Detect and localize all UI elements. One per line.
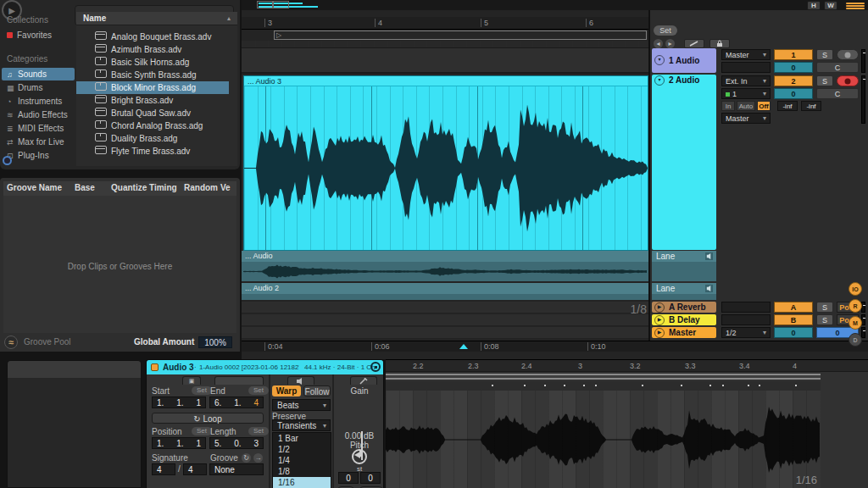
sidebar-item-audio-effects[interactable]: ≋Audio Effects (2, 108, 75, 121)
track2-channel-dropdown[interactable]: 1 ▾ (721, 88, 771, 99)
width-zoom-button[interactable]: W (824, 1, 837, 10)
sample-loop-brace[interactable] (386, 374, 821, 380)
groove-drop-zone[interactable]: Drop Clips or Grooves Here (3, 196, 236, 333)
master-pan[interactable]: 0 (774, 327, 813, 338)
lock-button[interactable] (709, 39, 730, 48)
start-set-button[interactable]: Set (192, 386, 212, 395)
lane2-body[interactable] (242, 294, 648, 300)
track1-extra-field[interactable] (721, 62, 771, 73)
pitch-knob[interactable] (352, 449, 367, 464)
col-groove-name[interactable]: Groove Name (7, 183, 62, 192)
warp-mode-dropdown[interactable]: Beats▾ (272, 399, 331, 411)
lane2-label-strip[interactable]: ... Audio 2 (242, 283, 648, 294)
time-ruler[interactable]: 0:04 0:06 0:08 0:10 (242, 341, 868, 352)
track1-solo-button[interactable]: S (816, 49, 833, 60)
return-b-header[interactable]: ▶ B Delay (652, 314, 716, 325)
track2-arm-button[interactable] (837, 75, 859, 86)
master-lane[interactable] (242, 327, 648, 339)
groove-commit-icon[interactable]: ↻ (242, 453, 251, 463)
track1-lane[interactable] (242, 48, 648, 74)
set-button[interactable]: Set (654, 25, 677, 36)
scrub-area[interactable] (242, 41, 648, 48)
sidebar-item-favorites[interactable]: Favorites (2, 29, 75, 42)
track1-pan[interactable]: 0 (774, 62, 813, 73)
groove-wave-icon[interactable]: ≈ (4, 336, 18, 349)
track2-lane[interactable]: ... Audio 3 (242, 75, 648, 251)
warp-markers-row[interactable] (386, 381, 821, 391)
return-a-send-button[interactable]: A (774, 302, 813, 313)
track2-meter-left[interactable]: -inf (777, 101, 798, 111)
list-item[interactable]: Analog Bouquet Brass.adv (76, 30, 229, 43)
nav-right-icon[interactable]: ▸ (665, 39, 675, 48)
track1-crossfade-button[interactable]: C (816, 62, 859, 73)
groove-apply-icon[interactable]: → (253, 453, 263, 463)
return-b-field[interactable] (721, 314, 771, 325)
clip-color-swatch[interactable] (151, 363, 159, 371)
col-timing[interactable]: Timing (149, 183, 177, 192)
pitch-fine-value[interactable]: 0 (360, 472, 381, 484)
track2-input-dropdown[interactable]: Ext. In▾ (721, 75, 771, 86)
list-item[interactable]: Duality Brass.adg (76, 132, 229, 145)
track2-solo-button[interactable]: S (816, 75, 833, 86)
track2-crossfade-button[interactable]: C (816, 88, 859, 99)
lane1-body[interactable] (242, 262, 648, 281)
clip-title-bar[interactable]: ... Audio 3 (244, 76, 648, 86)
disclosure-icon[interactable]: ▾ (654, 75, 665, 86)
list-item[interactable]: Azimuth Brass.adv (76, 43, 229, 56)
signature-numerator[interactable]: 4 (152, 463, 175, 475)
grid-option[interactable]: 1/8 (273, 466, 331, 477)
sort-asc-icon[interactable]: ▴ (227, 12, 231, 25)
lane1-label-strip[interactable]: ... Audio (242, 251, 648, 262)
lane2-header-body[interactable] (652, 294, 716, 300)
play-circle-icon[interactable]: ▶ (654, 302, 665, 313)
overview-viewport[interactable] (273, 1, 289, 8)
sidebar-item-drums[interactable]: ▦Drums (2, 81, 75, 94)
position-value[interactable]: 1.1.1 (152, 437, 206, 449)
grid-option[interactable]: 1/2 (273, 444, 331, 455)
tab-sample[interactable]: ▣ (182, 376, 201, 385)
list-item[interactable]: Bright Brass.adv (76, 94, 229, 107)
grid-option-selected[interactable]: 1/16 (273, 477, 331, 488)
length-value[interactable]: 5.0.3 (209, 437, 264, 449)
return-b-send-button[interactable]: B (774, 314, 813, 325)
start-value[interactable]: 1.1.1 (152, 396, 206, 408)
return-a-solo-button[interactable]: S (816, 302, 833, 313)
return-b-lane[interactable] (242, 314, 648, 326)
col-quantize[interactable]: Quantize (111, 183, 147, 192)
monitor-off-button[interactable]: Off (757, 101, 771, 111)
monitor-auto-button[interactable]: Auto (737, 101, 755, 111)
global-amount-value[interactable]: 100% (198, 336, 232, 348)
return-a-lane[interactable] (242, 302, 648, 313)
return-a-header[interactable]: ▶ A Reverb (652, 302, 716, 313)
track1-number-button[interactable]: 1 (774, 49, 813, 60)
length-set-button[interactable]: Set (248, 427, 269, 435)
list-item[interactable]: Basic Silk Horns.adg (76, 56, 229, 69)
follow-button[interactable]: Follow (303, 385, 331, 396)
transients-dropdown[interactable]: Transients▾ (272, 419, 331, 431)
clip-header[interactable]: Audio 3 · 1-Audio 0002 [2023-01-06 12182… (147, 360, 383, 374)
height-zoom-button[interactable]: H (807, 1, 821, 10)
track2-pan[interactable]: 0 (774, 88, 813, 99)
end-value[interactable]: 6.1.4 (209, 396, 264, 408)
playhead-marker-icon[interactable] (459, 344, 468, 349)
sidebar-item-instruments[interactable]: ◔Instruments (2, 95, 75, 108)
tab-audio[interactable] (287, 376, 314, 385)
track2-number-button[interactable]: 2 (774, 75, 813, 86)
list-item[interactable]: Flyte Time Brass.adv (76, 145, 229, 157)
arrangement-overview[interactable]: H W (242, 0, 868, 10)
list-header-name[interactable]: Name ▴ (76, 12, 237, 25)
toggle-mixer-button[interactable]: M (849, 316, 862, 330)
list-item[interactable]: Brutal Quad Saw.adv (76, 107, 229, 119)
gain-slider[interactable] (335, 394, 384, 430)
return-a-field[interactable] (721, 302, 771, 313)
overview-viewport[interactable] (257, 1, 273, 8)
device-panel-header[interactable] (8, 361, 141, 378)
col-velocity[interactable]: Ve (220, 183, 231, 192)
tab-tools[interactable] (350, 376, 377, 385)
sidebar-item-max-for-live[interactable]: ⇄Max for Live (2, 136, 75, 148)
lane1-header[interactable]: Lane (652, 251, 716, 262)
grid-option[interactable]: 1/4 (273, 455, 331, 466)
position-set-button[interactable]: Set (192, 427, 212, 435)
play-circle-icon[interactable]: ▶ (654, 315, 665, 325)
track1-header[interactable]: ▾ 1 Audio (652, 48, 716, 73)
